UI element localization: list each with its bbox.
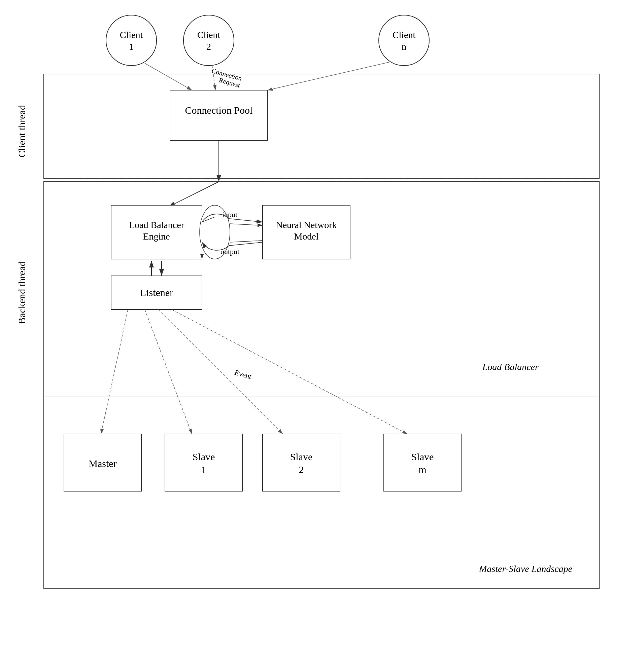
backend-thread-label: Backend thread: [16, 261, 27, 324]
slave2-label2: 2: [299, 464, 304, 475]
slavem-label2: m: [418, 464, 426, 475]
output-label: output: [221, 247, 239, 256]
event-label: Event: [234, 368, 252, 381]
master-slave-box: [44, 397, 599, 589]
nnm-label2: Model: [294, 231, 319, 242]
nnm-to-ellipse: [230, 241, 262, 242]
listener-label: Listener: [140, 287, 173, 298]
input-label: input: [222, 210, 237, 219]
clientn-circle: [379, 15, 429, 66]
clientn-to-pool-arrow: [268, 62, 389, 90]
slavem-label1: Slave: [411, 451, 434, 462]
diagram-container: Client thread Client 1 Client 2 Client n…: [0, 0, 644, 654]
slave2-box: [262, 434, 340, 491]
client1-sub: 1: [129, 41, 134, 52]
pool-to-lbe-arrow2: [168, 182, 219, 207]
nnm-label1: Neural Network: [276, 220, 337, 230]
master-slave-label: Master-Slave Landscape: [479, 563, 572, 574]
main-diagram: Client thread Client 1 Client 2 Client n…: [0, 0, 644, 654]
client2-label: Client: [197, 30, 221, 40]
slave1-box: [165, 434, 243, 491]
slave1-label1: Slave: [192, 451, 215, 462]
lbe-label2: Engine: [143, 231, 170, 242]
load-balancer-region-label: Load Balancer: [482, 362, 538, 372]
client1-circle: [106, 15, 157, 66]
client-thread-label: Client thread: [16, 105, 27, 158]
listener-to-master: [101, 310, 128, 434]
master-label: Master: [89, 458, 116, 469]
listener-to-slavem: [172, 310, 407, 434]
client-thread-box: [44, 74, 599, 178]
listener-to-slave1: [145, 310, 192, 434]
client1-to-pool-arrow: [145, 63, 192, 90]
ellipse-to-nnm: [230, 224, 262, 225]
lbe-label1: Load Balancer: [129, 220, 184, 230]
listener-to-slave2: [158, 310, 283, 434]
clientn-sub: n: [401, 41, 406, 52]
client2-sub: 2: [206, 41, 211, 52]
client1-label: Client: [120, 30, 143, 40]
slavem-box: [384, 434, 461, 491]
slave2-label1: Slave: [290, 451, 313, 462]
clientn-label: Client: [393, 30, 416, 40]
connection-pool-label: Connection Pool: [185, 105, 253, 116]
client2-circle: [183, 15, 234, 66]
slave1-label2: 1: [201, 464, 206, 475]
